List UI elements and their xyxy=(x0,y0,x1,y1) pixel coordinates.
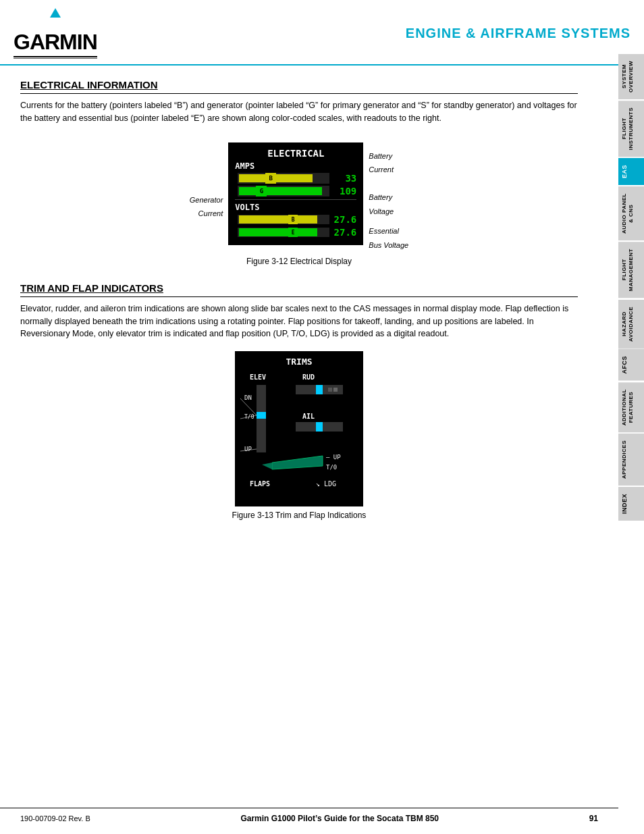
battery-current-right-label: BatteryCurrent xyxy=(369,149,408,178)
battery-voltage-row: B 27.6 xyxy=(235,214,356,225)
footer-title: Garmin G1000 Pilot’s Guide for the Socat… xyxy=(240,814,439,823)
sidebar-item-flight-management[interactable]: FLIGHTMANAGEMENT xyxy=(618,242,644,298)
electrical-figure: GeneratorCurrent ELECTRICAL AMPS B 33 xyxy=(20,136,578,266)
sidebar-item-system-overview[interactable]: SYSTEMOVERVIEW xyxy=(618,54,644,99)
sidebar-item-audio-panel-cns[interactable]: AUDIO PANEL& CNS xyxy=(618,186,644,240)
sidebar: SYSTEMOVERVIEW FLIGHTINSTRUMENTS EAS AUD… xyxy=(618,54,644,521)
generator-current-bar: G xyxy=(238,186,329,197)
trims-figure-caption: Figure 3-13 Trim and Flap Indications xyxy=(232,511,367,520)
sidebar-item-appendices[interactable]: APPENDICES xyxy=(618,434,644,486)
svg-text:FLAPS: FLAPS xyxy=(250,480,270,488)
battery-voltage-pointer-b: B xyxy=(288,215,298,224)
svg-rect-14 xyxy=(333,388,338,392)
svg-rect-4 xyxy=(257,412,266,419)
garmin-logo: GARMIN xyxy=(14,8,97,59)
electrical-body-text: Currents for the battery (pointers label… xyxy=(20,99,578,125)
svg-text:UP: UP xyxy=(244,446,252,452)
battery-current-bar: B xyxy=(238,173,329,184)
svg-rect-13 xyxy=(328,388,332,392)
sidebar-item-additional-features[interactable]: ADDITIONALFEATURES xyxy=(618,382,644,432)
page-header: GARMIN ENGINE & AIRFRAME SYSTEMS xyxy=(0,0,644,66)
elec-right-labels: BatteryCurrent BatteryVoltage EssentialB… xyxy=(369,136,408,253)
volts-label: VOLTS xyxy=(235,203,356,212)
elec-left-labels: GeneratorCurrent xyxy=(190,167,223,221)
battery-voltage-value: 27.6 xyxy=(332,214,356,225)
essential-bus-voltage-value: 27.6 xyxy=(332,227,356,238)
sidebar-item-afcs[interactable]: AFCS xyxy=(618,349,644,381)
svg-text:RUD: RUD xyxy=(302,373,315,381)
electrical-diagram-wrapper: GeneratorCurrent ELECTRICAL AMPS B 33 xyxy=(190,136,408,253)
essential-bus-bar: E xyxy=(238,228,329,237)
generator-current-label: GeneratorCurrent xyxy=(190,194,223,221)
sidebar-item-eas[interactable]: EAS xyxy=(618,158,644,185)
svg-rect-17 xyxy=(316,422,323,432)
battery-current-value: 33 xyxy=(332,173,356,184)
battery-voltage-bar: B xyxy=(238,215,329,224)
generator-current-row: G 109 xyxy=(235,186,356,197)
generator-pointer-g: G xyxy=(256,186,267,197)
svg-marker-18 xyxy=(272,456,323,469)
page-section-title: ENGINE & AIRFRAME SYSTEMS xyxy=(406,26,630,41)
electrical-display: ELECTRICAL AMPS B 33 G xyxy=(228,142,363,245)
svg-rect-12 xyxy=(316,385,323,394)
battery-current-row: B 33 xyxy=(235,173,356,184)
sidebar-item-index[interactable]: INDEX xyxy=(618,487,644,521)
trim-section-heading: TRIM AND FLAP INDICATORS xyxy=(20,282,578,297)
page-footer: 190-00709-02 Rev. B Garmin G1000 Pilot’s… xyxy=(0,808,618,823)
amps-label: AMPS xyxy=(235,161,356,171)
battery-pointer-b: B xyxy=(265,173,276,184)
garmin-triangle-icon xyxy=(50,8,61,18)
main-content: ELECTRICAL INFORMATION Currents for the … xyxy=(0,66,618,550)
sidebar-item-flight-instruments[interactable]: FLIGHTINSTRUMENTS xyxy=(618,101,644,157)
essential-bus-pointer-e: E xyxy=(288,228,298,237)
garmin-wordmark: GARMIN xyxy=(14,30,97,55)
electrical-figure-caption: Figure 3-12 Electrical Display xyxy=(246,257,352,266)
elec-display-title: ELECTRICAL xyxy=(235,148,356,159)
trim-body-text: Elevator, rudder, and aileron trim indic… xyxy=(20,303,578,340)
trims-figure: TRIMS ELEV DN T/0 UP RUD xyxy=(20,351,578,520)
svg-text:ELEV: ELEV xyxy=(250,373,266,381)
generator-current-value: 109 xyxy=(332,186,356,197)
svg-text:TRIMS: TRIMS xyxy=(286,357,312,367)
footer-page-number: 91 xyxy=(589,814,598,823)
svg-text:AIL: AIL xyxy=(302,413,315,420)
svg-text:— UP: — UP xyxy=(326,454,341,461)
essential-bus-right-label: EssentialBus Voltage xyxy=(369,224,408,253)
svg-marker-19 xyxy=(262,463,272,469)
trims-display-svg: TRIMS ELEV DN T/0 UP RUD xyxy=(235,351,363,506)
essential-bus-row: E 27.6 xyxy=(235,227,356,238)
battery-voltage-right-label: BatteryVoltage xyxy=(369,190,408,219)
svg-text:DN: DN xyxy=(244,394,252,401)
footer-doc-number: 190-00709-02 Rev. B xyxy=(20,814,90,823)
svg-text:T/0: T/0 xyxy=(244,414,254,420)
svg-text:↘ LDG: ↘ LDG xyxy=(316,480,336,488)
electrical-section-heading: ELECTRICAL INFORMATION xyxy=(20,79,578,94)
sidebar-item-hazard-avoidance[interactable]: HAZARDAVOIDANCE xyxy=(618,300,644,348)
svg-text:T/0: T/0 xyxy=(326,464,337,471)
